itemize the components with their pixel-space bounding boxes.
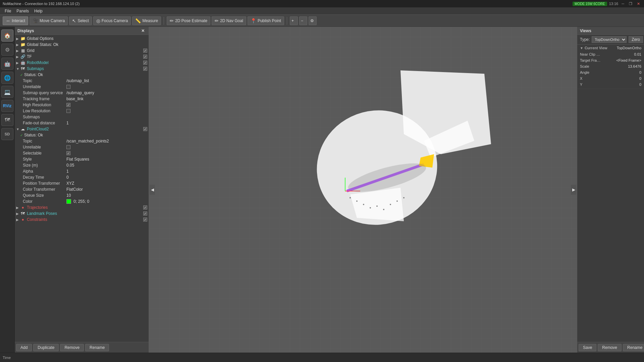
menu-help[interactable]: Help: [32, 8, 45, 14]
tree-item-global-status[interactable]: ▶ 📁 Global Status: Ok: [15, 42, 149, 48]
alpha-label: Alpha: [23, 169, 66, 174]
selectable-checkbox[interactable]: [66, 151, 70, 155]
prop-position-transformer: Position Transformer XYZ: [15, 180, 149, 186]
settings-button[interactable]: ⚙: [309, 16, 317, 25]
submap-query-value: /submap_query: [66, 90, 147, 95]
nm-restore-btn[interactable]: ❐: [628, 2, 634, 6]
select-button[interactable]: ↖ Select: [69, 16, 92, 25]
tree-item-pointcloud2[interactable]: ▼ ☁ PointCloud2: [15, 126, 149, 132]
tree-item-global-options[interactable]: ▶ 📁 Global Options: [15, 36, 149, 42]
nm-minimize-btn[interactable]: ─: [620, 2, 626, 6]
scale-value: 13.6476: [628, 64, 641, 68]
size-value: 0.05: [66, 163, 147, 168]
grid-checkbox[interactable]: [143, 49, 147, 53]
sidebar-terminal-icon[interactable]: 💻: [1, 86, 13, 98]
move-camera-button[interactable]: 🎥 Move Camera: [30, 16, 68, 25]
prop-decay-time: Decay Time 0: [15, 174, 149, 180]
menu-file[interactable]: File: [2, 8, 14, 14]
constraints-checkbox[interactable]: [143, 218, 147, 222]
expand-arrow: ▼: [16, 67, 20, 71]
tree-item-grid[interactable]: ▶ ▦ Grid: [15, 48, 149, 54]
tree-item-constraints[interactable]: ▶ ● Constraints: [15, 217, 149, 223]
prop-tracking-frame: Tracking frame base_link: [15, 96, 149, 102]
sidebar-sd-icon[interactable]: SD: [1, 128, 13, 140]
measure-button[interactable]: 📏 Measure: [132, 16, 161, 25]
tf-checkbox[interactable]: [143, 55, 147, 59]
tree-item-tf[interactable]: ▶ 🔗 TF: [15, 54, 149, 60]
tree-item-landmark-poses[interactable]: ▶ 🗺 Landmark Poses: [15, 210, 149, 217]
submaps-checkbox[interactable]: [143, 67, 147, 71]
sidebar-map-icon[interactable]: 🗺: [1, 114, 13, 126]
displays-content[interactable]: ▶ 📁 Global Options ▶ 📁 Global Status: Ok…: [15, 35, 149, 342]
scale-label: Scale: [580, 64, 589, 68]
menu-panels[interactable]: Panels: [14, 8, 32, 14]
views-save-button[interactable]: Save: [579, 344, 596, 351]
svg-point-17: [350, 197, 351, 198]
views-footer: Save Remove Rename: [577, 342, 644, 353]
svg-point-10: [370, 207, 371, 208]
duplicate-button[interactable]: Duplicate: [33, 344, 59, 351]
tracking-frame-label: Tracking frame: [23, 97, 66, 101]
tree-item-robotmodel[interactable]: ▶ 🤖 RobotModel: [15, 60, 149, 66]
expand-arrow: ▶: [16, 55, 20, 59]
views-rename-button[interactable]: Rename: [623, 344, 644, 351]
rename-button[interactable]: Rename: [85, 344, 109, 351]
svg-point-14: [396, 200, 398, 202]
viewport-3d[interactable]: ◀ ▶: [149, 27, 577, 353]
views-remove-button[interactable]: Remove: [598, 344, 622, 351]
add-button[interactable]: Add: [16, 344, 32, 351]
expand-arrow: ▶: [16, 49, 20, 53]
x-label: X: [580, 76, 582, 80]
high-res-checkbox[interactable]: [66, 103, 70, 107]
publish-point-button[interactable]: 📍 Publish Point: [248, 16, 284, 25]
position-transformer-label: Position Transformer: [23, 181, 66, 186]
style-value: Flat Squares: [66, 157, 147, 162]
remove-button[interactable]: Remove: [60, 344, 84, 351]
high-res-label: High Resolution: [23, 103, 66, 107]
measure-icon: 📏: [135, 18, 141, 23]
x-value: 0: [639, 76, 641, 80]
focus-camera-button[interactable]: ◎ Focus Camera: [93, 16, 131, 25]
angle-label: Angle: [580, 70, 589, 74]
sidebar-robot-icon[interactable]: 🤖: [1, 58, 13, 70]
view-type-select[interactable]: TopDownOrtho: [592, 36, 627, 43]
prop-submap-query: Submap query service /submap_query: [15, 90, 149, 96]
viewport-left-arrow[interactable]: ◀: [150, 185, 155, 195]
main-area: 🏠 ⚙ 🤖 🌐 💻 RViz 🗺 SD Displays ✕ ▶ 📁 Globa…: [0, 27, 644, 353]
nav-goal-button[interactable]: ✏ 2D Nav Goal: [212, 16, 246, 25]
pc2-unreliable-checkbox[interactable]: [66, 145, 70, 149]
sidebar-network-icon[interactable]: 🌐: [1, 72, 13, 84]
zero-button[interactable]: Zero: [629, 36, 643, 43]
low-res-checkbox[interactable]: [66, 109, 70, 113]
sidebar-rviz-icon[interactable]: RViz: [1, 100, 13, 112]
nm-close-btn[interactable]: ✕: [636, 2, 641, 6]
check-icon: ✓: [20, 133, 24, 137]
zoom-out-button[interactable]: −: [299, 16, 307, 25]
displays-close-button[interactable]: ✕: [140, 28, 146, 33]
select-icon: ↖: [72, 18, 76, 23]
viewport-right-arrow[interactable]: ▶: [571, 185, 576, 195]
tree-item-trajectories[interactable]: ▶ ● Trajectories: [15, 204, 149, 210]
interact-button[interactable]: ↔ Interact: [3, 16, 28, 25]
landmark-label: Landmark Poses: [27, 211, 143, 216]
tracking-frame-value: base_link: [66, 97, 147, 101]
displays-footer: Add Duplicate Remove Rename: [15, 342, 149, 353]
sidebar-settings-icon[interactable]: ⚙: [1, 44, 13, 56]
pointcloud2-checkbox[interactable]: [143, 127, 147, 131]
pose-estimate-button[interactable]: ✏ 2D Pose Estimate: [167, 16, 210, 25]
zoom-in-button[interactable]: +: [290, 16, 298, 25]
toolbar-separator-2: [287, 17, 287, 25]
views-angle-row: Angle 0: [580, 69, 641, 75]
landmark-checkbox[interactable]: [143, 212, 147, 216]
grid-icon: ▦: [20, 48, 25, 53]
near-clip-value: 0.01: [634, 52, 641, 56]
submaps-status: ✓ Status: Ok: [15, 72, 149, 78]
views-x-row: X 0: [580, 75, 641, 81]
robotmodel-checkbox[interactable]: [143, 61, 147, 65]
trajectories-checkbox[interactable]: [143, 205, 147, 209]
unreliable-checkbox[interactable]: [66, 85, 70, 89]
nm-mode-badge: MODE 15W 6CORE: [573, 2, 607, 6]
sidebar-home-icon[interactable]: 🏠: [1, 29, 13, 42]
displays-title: Displays: [17, 28, 34, 33]
tree-item-submaps[interactable]: ▼ 🗺 Submaps: [15, 66, 149, 72]
